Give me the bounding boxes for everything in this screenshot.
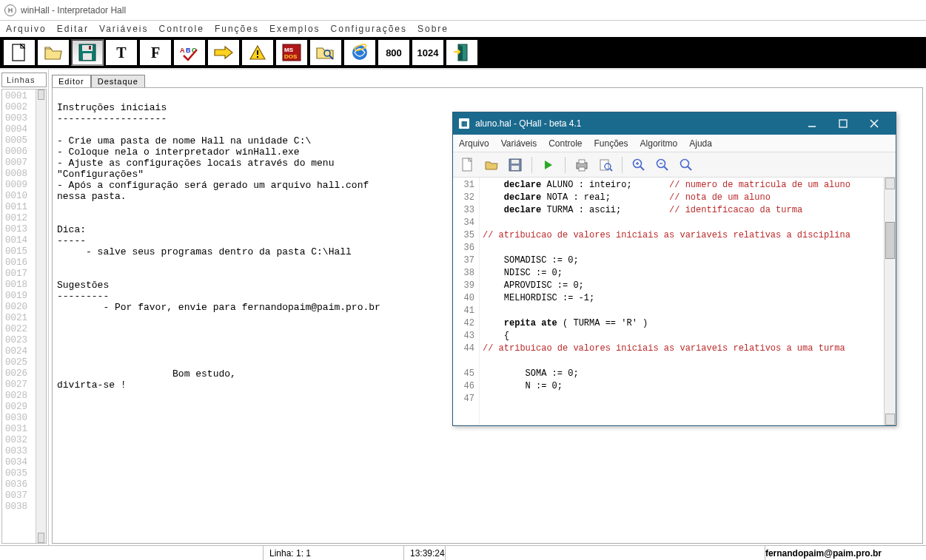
tab-destaque[interactable]: Destaque bbox=[91, 75, 145, 88]
internet-button[interactable] bbox=[343, 39, 376, 66]
find-button[interactable] bbox=[309, 39, 342, 66]
close-icon bbox=[870, 119, 879, 128]
maximize-button[interactable] bbox=[828, 112, 859, 135]
internet-explorer-icon bbox=[350, 43, 369, 62]
run-button[interactable] bbox=[207, 39, 240, 66]
linhas-tab[interactable]: Linhas bbox=[1, 72, 47, 87]
new-file-icon bbox=[11, 43, 27, 62]
maximize-icon bbox=[839, 119, 848, 128]
editor-tabs: Editor Destaque bbox=[49, 70, 926, 87]
size-1024-button[interactable]: 1024 bbox=[412, 39, 444, 66]
size-800-label: 800 bbox=[386, 47, 402, 58]
open-folder-icon bbox=[44, 44, 63, 61]
qhall-vscrollbar[interactable] bbox=[884, 178, 896, 425]
menu-funcoes[interactable]: Funções bbox=[215, 24, 259, 34]
line-numbers-body: 0001 0002 0003 0004 0005 0006 0007 0008 … bbox=[1, 89, 47, 544]
folder-search-icon bbox=[315, 44, 336, 61]
qhall-code-area[interactable]: declare ALUNO : inteiro; // numero de ma… bbox=[480, 178, 884, 425]
size-1024-label: 1024 bbox=[417, 47, 439, 58]
close-button[interactable] bbox=[859, 112, 890, 135]
svg-rect-27 bbox=[579, 160, 585, 163]
line-numbers-list: 0001 0002 0003 0004 0005 0006 0007 0008 … bbox=[2, 90, 36, 543]
new-button[interactable] bbox=[3, 39, 36, 66]
q-run-button[interactable] bbox=[540, 156, 557, 174]
minimize-button[interactable] bbox=[796, 112, 828, 135]
q-zoom-in-button[interactable] bbox=[630, 156, 648, 174]
exit-button[interactable] bbox=[446, 39, 478, 66]
qmenu-ajuda[interactable]: Ajuda bbox=[689, 138, 712, 149]
msdos-button[interactable]: MSDOS bbox=[275, 39, 308, 66]
qhall-gutter: 31 32 33 34 35 36 37 38 39 40 41 42 43 4… bbox=[453, 178, 480, 425]
line-numbers-scrollbar[interactable] bbox=[36, 90, 46, 543]
qhall-title-text: aluno.hal - QHall - beta 4.1 bbox=[475, 118, 581, 129]
tab-editor[interactable]: Editor bbox=[52, 75, 91, 88]
menu-editar[interactable]: Editar bbox=[57, 24, 89, 34]
svg-rect-29 bbox=[600, 160, 608, 170]
svg-line-40 bbox=[688, 166, 691, 170]
qmenu-variaveis[interactable]: Variáveis bbox=[501, 138, 537, 149]
menu-sobre[interactable]: Sobre bbox=[417, 24, 449, 34]
menu-arquivo[interactable]: Arquivo bbox=[6, 24, 47, 34]
qmenu-controle[interactable]: Controle bbox=[548, 138, 582, 149]
menubar: Arquivo Editar Variáveis Controle Funçõe… bbox=[0, 21, 926, 37]
printer-icon bbox=[574, 158, 589, 172]
abc-check-button[interactable]: ABC bbox=[173, 39, 206, 66]
statusbar: Linha: 1: 1 13:39:24 fernandopaim@paim.p… bbox=[0, 545, 926, 560]
warning-button[interactable] bbox=[241, 39, 274, 66]
qhall-toolbar bbox=[453, 152, 896, 178]
toolbar-separator bbox=[565, 157, 566, 173]
qmenu-algoritmo[interactable]: Algoritmo bbox=[640, 138, 678, 149]
svg-line-37 bbox=[664, 166, 668, 170]
svg-line-33 bbox=[640, 166, 644, 170]
status-cell-empty bbox=[0, 546, 264, 560]
toolbar-separator bbox=[531, 157, 532, 173]
q-save-button[interactable] bbox=[506, 156, 524, 174]
letter-f-button[interactable]: F bbox=[139, 39, 172, 66]
page-search-icon bbox=[598, 158, 613, 172]
svg-rect-24 bbox=[511, 160, 519, 163]
scrollbar-thumb[interactable] bbox=[885, 222, 895, 259]
qhall-app-icon: ▦ bbox=[459, 118, 469, 129]
msdos-icon: MSDOS bbox=[282, 44, 301, 61]
open-button[interactable] bbox=[37, 39, 70, 66]
zoom-in-icon bbox=[632, 158, 645, 172]
qhall-body: 31 32 33 34 35 36 37 38 39 40 41 42 43 4… bbox=[453, 178, 896, 425]
q-new-button[interactable] bbox=[459, 156, 477, 174]
save-button[interactable] bbox=[71, 39, 104, 66]
q-zoom-out-button[interactable] bbox=[654, 156, 671, 174]
floppy-disk-icon bbox=[509, 158, 522, 172]
svg-text:MS: MS bbox=[284, 47, 294, 53]
menu-controle[interactable]: Controle bbox=[159, 24, 204, 34]
f-icon: F bbox=[151, 44, 160, 61]
status-time: 13:39:24 bbox=[404, 546, 446, 560]
q-zoom-reset-button[interactable] bbox=[677, 156, 695, 174]
toolbar: T F ABC MSDOS 800 1024 bbox=[0, 37, 926, 68]
qhall-menubar: Arquivo Variáveis Controle Funções Algor… bbox=[453, 135, 896, 152]
qmenu-funcoes[interactable]: Funções bbox=[594, 138, 628, 149]
warning-icon bbox=[249, 44, 266, 61]
zoom-out-icon bbox=[656, 158, 669, 172]
svg-rect-8 bbox=[257, 50, 258, 55]
status-cell-spacer bbox=[446, 546, 765, 560]
menu-exemplos[interactable]: Exemplos bbox=[269, 24, 321, 34]
qmenu-arquivo[interactable]: Arquivo bbox=[459, 138, 489, 149]
menu-configuracoes[interactable]: Configurações bbox=[331, 24, 407, 34]
svg-rect-25 bbox=[511, 166, 519, 170]
qhall-titlebar[interactable]: ▦ aluno.hal - QHall - beta 4.1 bbox=[453, 112, 896, 135]
svg-rect-28 bbox=[579, 167, 585, 171]
q-print-button[interactable] bbox=[573, 156, 591, 174]
abc-check-icon: ABC bbox=[179, 44, 200, 61]
q-open-button[interactable] bbox=[483, 156, 500, 174]
minimize-icon bbox=[808, 119, 816, 128]
q-print-preview-button[interactable] bbox=[597, 156, 614, 174]
magnifier-icon bbox=[680, 158, 693, 172]
menu-variaveis[interactable]: Variáveis bbox=[99, 24, 148, 34]
status-email: fernandopaim@paim.pro.br bbox=[765, 548, 926, 559]
letter-t-button[interactable]: T bbox=[105, 39, 138, 66]
svg-text:B: B bbox=[186, 47, 191, 54]
floppy-disk-icon bbox=[78, 43, 97, 62]
size-800-button[interactable]: 800 bbox=[378, 39, 410, 66]
svg-rect-19 bbox=[839, 120, 847, 127]
exit-door-icon bbox=[452, 43, 472, 62]
svg-point-39 bbox=[681, 159, 689, 167]
